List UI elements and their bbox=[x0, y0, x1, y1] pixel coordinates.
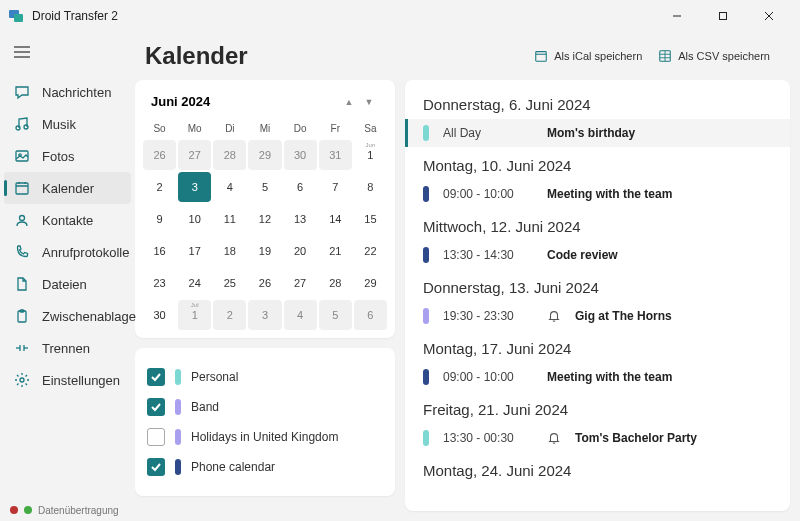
calendar-day[interactable]: 17 bbox=[178, 236, 211, 266]
calendar-day[interactable]: 14 bbox=[319, 204, 352, 234]
event-date-header: Mittwoch, 12. Juni 2024 bbox=[405, 208, 790, 241]
dow-header: Fr bbox=[319, 119, 352, 138]
calendar-day[interactable]: 20 bbox=[284, 236, 317, 266]
color-pill bbox=[175, 459, 181, 475]
calendar-day[interactable]: 30 bbox=[143, 300, 176, 330]
calendar-day[interactable]: 25 bbox=[213, 268, 246, 298]
hamburger-button[interactable] bbox=[0, 36, 135, 70]
event-color-pill bbox=[423, 308, 429, 324]
calendar-day[interactable]: 28 bbox=[213, 140, 246, 170]
prev-month-button[interactable]: ▲ bbox=[339, 97, 359, 107]
calendar-day[interactable]: 27 bbox=[284, 268, 317, 298]
close-button[interactable] bbox=[746, 0, 792, 32]
save-csv-button[interactable]: Als CSV speichern bbox=[650, 45, 778, 67]
event-row[interactable]: 09:00 - 10:00Meeting with the team bbox=[405, 363, 790, 391]
event-time: 19:30 - 23:30 bbox=[443, 309, 533, 323]
calendar-day[interactable]: 10 bbox=[178, 204, 211, 234]
checkbox[interactable] bbox=[147, 398, 165, 416]
clipboard-icon bbox=[14, 308, 30, 324]
calendar-day[interactable]: 12 bbox=[248, 204, 281, 234]
checkbox[interactable] bbox=[147, 428, 165, 446]
legend-item[interactable]: Phone calendar bbox=[147, 452, 383, 482]
sidebar-item-music[interactable]: Musik bbox=[0, 108, 135, 140]
calendar-day[interactable]: 24 bbox=[178, 268, 211, 298]
calendar-day[interactable]: 29 bbox=[354, 268, 387, 298]
calendar-day[interactable]: 4 bbox=[284, 300, 317, 330]
event-date-header: Montag, 24. Juni 2024 bbox=[405, 452, 790, 485]
event-time: All Day bbox=[443, 126, 533, 140]
sidebar-item-disconnect[interactable]: Trennen bbox=[0, 332, 135, 364]
calendar-day[interactable]: 22 bbox=[354, 236, 387, 266]
calendar-day[interactable]: 6 bbox=[354, 300, 387, 330]
app-icon bbox=[8, 8, 24, 24]
calendar-day[interactable]: 6 bbox=[284, 172, 317, 202]
legend-item[interactable]: Holidays in United Kingdom bbox=[147, 422, 383, 452]
calendar-day[interactable]: 19 bbox=[248, 236, 281, 266]
table-export-icon bbox=[658, 49, 672, 63]
calendar-day[interactable]: 23 bbox=[143, 268, 176, 298]
legend-item[interactable]: Band bbox=[147, 392, 383, 422]
maximize-button[interactable] bbox=[700, 0, 746, 32]
sidebar-item-label: Nachrichten bbox=[42, 85, 111, 100]
calendar-day[interactable]: 26 bbox=[248, 268, 281, 298]
month-label: Juni 2024 bbox=[151, 94, 339, 109]
calendar-day[interactable]: 9 bbox=[143, 204, 176, 234]
calendar-day[interactable]: 26 bbox=[143, 140, 176, 170]
calendar-day[interactable]: 3 bbox=[248, 300, 281, 330]
dow-header: Di bbox=[213, 119, 246, 138]
statusbar: Datenübertragung bbox=[0, 499, 135, 521]
svg-rect-13 bbox=[16, 183, 28, 194]
calendar-day[interactable]: 27 bbox=[178, 140, 211, 170]
checkbox[interactable] bbox=[147, 458, 165, 476]
event-color-pill bbox=[423, 247, 429, 263]
calendar-day[interactable]: 21 bbox=[319, 236, 352, 266]
sidebar-item-chat[interactable]: Nachrichten bbox=[0, 76, 135, 108]
calendar-day[interactable]: 16 bbox=[143, 236, 176, 266]
month-calendar: Juni 2024 ▲ ▼ SoMoDiMiDoFrSa262728293031… bbox=[135, 80, 395, 338]
sidebar-item-settings[interactable]: Einstellungen bbox=[0, 364, 135, 396]
minimize-button[interactable] bbox=[654, 0, 700, 32]
event-title: Meeting with the team bbox=[547, 370, 672, 384]
sidebar-item-contact[interactable]: Kontakte bbox=[0, 204, 135, 236]
calendar-day[interactable]: 13 bbox=[284, 204, 317, 234]
event-row[interactable]: 19:30 - 23:30Gig at The Horns bbox=[405, 302, 790, 330]
calendar-day[interactable]: 28 bbox=[319, 268, 352, 298]
calendar-day[interactable]: 2 bbox=[213, 300, 246, 330]
next-month-button[interactable]: ▼ bbox=[359, 97, 379, 107]
svg-rect-21 bbox=[536, 52, 547, 62]
sidebar-item-phone[interactable]: Anrufprotokolle bbox=[0, 236, 135, 268]
save-ical-button[interactable]: Als iCal speichern bbox=[526, 45, 650, 67]
event-date-header: Freitag, 21. Juni 2024 bbox=[405, 391, 790, 424]
event-time: 09:00 - 10:00 bbox=[443, 370, 533, 384]
calendar-day[interactable]: 31 bbox=[319, 140, 352, 170]
calendar-day[interactable]: 5 bbox=[248, 172, 281, 202]
dow-header: Do bbox=[284, 119, 317, 138]
event-row[interactable]: 13:30 - 00:30Tom's Bachelor Party bbox=[405, 424, 790, 452]
calendar-day[interactable]: 8 bbox=[354, 172, 387, 202]
calendar-day[interactable]: 2 bbox=[143, 172, 176, 202]
calendar-day[interactable]: 29 bbox=[248, 140, 281, 170]
calendar-day[interactable]: Jul1 bbox=[178, 300, 211, 330]
calendar-day[interactable]: 18 bbox=[213, 236, 246, 266]
sidebar-item-calendar[interactable]: Kalender bbox=[4, 172, 131, 204]
calendar-day[interactable]: 3 bbox=[178, 172, 211, 202]
sidebar-item-label: Kontakte bbox=[42, 213, 93, 228]
event-date-header: Donnerstag, 13. Juni 2024 bbox=[405, 269, 790, 302]
sidebar-item-photo[interactable]: Fotos bbox=[0, 140, 135, 172]
sidebar-item-file[interactable]: Dateien bbox=[0, 268, 135, 300]
calendar-day[interactable]: 5 bbox=[319, 300, 352, 330]
calendar-day[interactable]: 30 bbox=[284, 140, 317, 170]
calendar-day[interactable]: 11 bbox=[213, 204, 246, 234]
event-row[interactable]: 09:00 - 10:00Meeting with the team bbox=[405, 180, 790, 208]
legend-item[interactable]: Personal bbox=[147, 362, 383, 392]
event-row[interactable]: 13:30 - 14:30Code review bbox=[405, 241, 790, 269]
checkbox[interactable] bbox=[147, 368, 165, 386]
calendar-day[interactable]: Jun1 bbox=[354, 140, 387, 170]
sidebar-item-clipboard[interactable]: Zwischenablage bbox=[0, 300, 135, 332]
calendar-day[interactable]: 4 bbox=[213, 172, 246, 202]
calendar-day[interactable]: 7 bbox=[319, 172, 352, 202]
event-row[interactable]: All DayMom's birthday bbox=[405, 119, 790, 147]
event-date-header: Montag, 17. Juni 2024 bbox=[405, 330, 790, 363]
dow-header: Mo bbox=[178, 119, 211, 138]
calendar-day[interactable]: 15 bbox=[354, 204, 387, 234]
